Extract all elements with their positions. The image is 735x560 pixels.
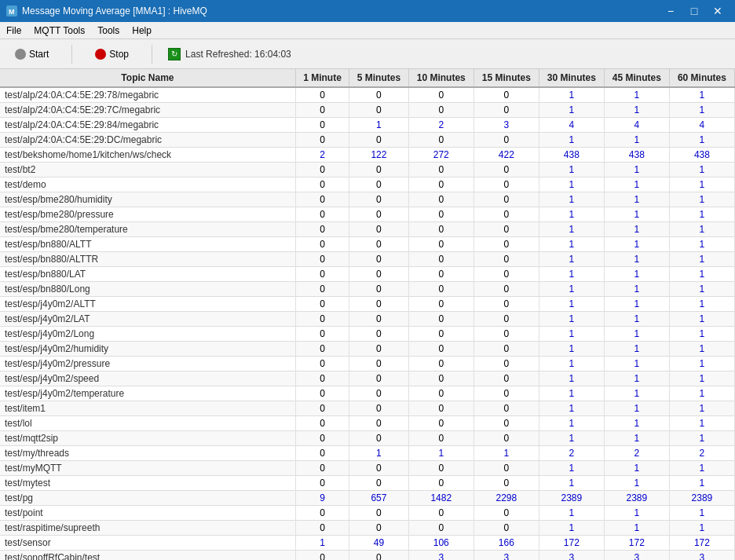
cell-m5: 0 — [349, 133, 409, 148]
minimize-button[interactable]: − — [660, 0, 682, 22]
cell-m10: 0 — [408, 297, 474, 312]
cell-m1: 0 — [295, 237, 349, 252]
cell-topic: test/mytest — [0, 476, 295, 491]
cell-m1: 0 — [295, 551, 349, 561]
cell-m1: 0 — [295, 192, 349, 207]
cell-m15: 0 — [474, 207, 539, 222]
cell-m5: 0 — [349, 506, 409, 521]
cell-m60: 1 — [669, 357, 734, 372]
cell-m5: 0 — [349, 372, 409, 386]
cell-m30: 438 — [539, 148, 604, 163]
cell-m10: 2 — [408, 118, 474, 133]
cell-m30: 1 — [539, 103, 604, 118]
cell-m1: 0 — [295, 222, 349, 237]
cell-topic: test/alp/24:0A:C4:5E:29:78/megabric — [0, 87, 295, 103]
table-row: test/esp/j4y0m2/pressure0000111 — [0, 357, 735, 372]
cell-m1: 0 — [295, 252, 349, 267]
table-row: test/esp/j4y0m2/LAT0000111 — [0, 312, 735, 327]
cell-m1: 0 — [295, 446, 349, 461]
cell-m30: 1 — [539, 237, 604, 252]
cell-m45: 1 — [604, 87, 669, 103]
cell-topic: test/mqtt2sip — [0, 431, 295, 446]
cell-m15: 0 — [474, 372, 539, 386]
cell-m45: 1 — [604, 103, 669, 118]
cell-m5: 1 — [349, 118, 409, 133]
table-row: test/esp/bme280/temperature0000111 — [0, 222, 735, 237]
cell-m10: 0 — [408, 521, 474, 536]
table-row: test/esp/j4y0m2/ALTT0000111 — [0, 297, 735, 312]
cell-m5: 0 — [349, 551, 409, 561]
cell-m15: 0 — [474, 416, 539, 431]
col-10min: 10 Minutes — [408, 69, 474, 87]
cell-m15: 0 — [474, 506, 539, 521]
col-topic: Topic Name — [0, 69, 295, 87]
cell-m1: 0 — [295, 207, 349, 222]
maximize-button[interactable]: □ — [683, 0, 705, 22]
cell-m5: 0 — [349, 461, 409, 476]
cell-m60: 2 — [669, 446, 734, 461]
cell-topic: test/point — [0, 506, 295, 521]
close-button[interactable]: ✕ — [707, 0, 729, 22]
table-row: test/mqtt2sip0000111 — [0, 431, 735, 446]
cell-m10: 0 — [408, 237, 474, 252]
cell-m45: 172 — [604, 536, 669, 551]
stop-button[interactable]: Stop — [88, 45, 136, 64]
cell-m45: 1 — [604, 357, 669, 372]
cell-m1: 0 — [295, 416, 349, 431]
cell-m45: 1 — [604, 252, 669, 267]
menu-item-file[interactable]: File — [0, 22, 27, 38]
data-table-container[interactable]: Topic Name 1 Minute 5 Minutes 10 Minutes… — [0, 69, 735, 560]
cell-m10: 0 — [408, 133, 474, 148]
table-row: test/alp/24:0A:C4:5E:29:7C/megabric00001… — [0, 103, 735, 118]
cell-m5: 0 — [349, 342, 409, 357]
cell-m45: 1 — [604, 416, 669, 431]
cell-m15: 0 — [474, 312, 539, 327]
menu-item-help[interactable]: Help — [126, 22, 158, 38]
cell-m45: 1 — [604, 401, 669, 416]
cell-m5: 0 — [349, 192, 409, 207]
menu-item-tools[interactable]: Tools — [91, 22, 126, 38]
cell-m60: 438 — [669, 148, 734, 163]
cell-m1: 0 — [295, 282, 349, 297]
cell-m60: 1 — [669, 222, 734, 237]
menu-item-mqtt-tools[interactable]: MQTT Tools — [27, 22, 91, 38]
cell-m5: 0 — [349, 431, 409, 446]
cell-m60: 1 — [669, 103, 734, 118]
menu-bar: FileMQTT ToolsToolsHelp — [0, 22, 735, 39]
cell-topic: test/esp/bme280/humidity — [0, 192, 295, 207]
cell-m30: 4 — [539, 118, 604, 133]
cell-m15: 0 — [474, 327, 539, 342]
cell-m5: 657 — [349, 491, 409, 506]
table-row: test/item10000111 — [0, 401, 735, 416]
cell-m30: 1 — [539, 327, 604, 342]
col-5min: 5 Minutes — [349, 69, 409, 87]
cell-m15: 2298 — [474, 491, 539, 506]
table-row: test/bekshome/home1/kitchen/ws/check2122… — [0, 148, 735, 163]
cell-m45: 1 — [604, 327, 669, 342]
cell-m5: 0 — [349, 476, 409, 491]
cell-m45: 1 — [604, 282, 669, 297]
cell-m60: 1 — [669, 521, 734, 536]
cell-m1: 0 — [295, 87, 349, 103]
cell-m45: 1 — [604, 133, 669, 148]
cell-topic: test/sonoffRfCabin/test — [0, 551, 295, 561]
stop-icon — [95, 49, 106, 60]
cell-topic: test/esp/j4y0m2/humidity — [0, 342, 295, 357]
cell-m5: 122 — [349, 148, 409, 163]
cell-topic: test/raspitime/supreeth — [0, 521, 295, 536]
table-row: test/myMQTT0000111 — [0, 461, 735, 476]
table-row: test/esp/j4y0m2/temperature0000111 — [0, 386, 735, 401]
cell-m60: 1 — [669, 133, 734, 148]
cell-m5: 0 — [349, 327, 409, 342]
title-bar: M Message Moving Average [MMA1] : HiveMQ… — [0, 0, 735, 22]
cell-m10: 0 — [408, 312, 474, 327]
cell-m10: 0 — [408, 357, 474, 372]
cell-m45: 3 — [604, 551, 669, 561]
cell-m60: 1 — [669, 372, 734, 386]
cell-m5: 0 — [349, 401, 409, 416]
cell-m5: 0 — [349, 312, 409, 327]
start-button[interactable]: Start — [8, 45, 56, 64]
cell-m30: 1 — [539, 416, 604, 431]
cell-topic: test/esp/j4y0m2/LAT — [0, 312, 295, 327]
cell-m10: 0 — [408, 506, 474, 521]
